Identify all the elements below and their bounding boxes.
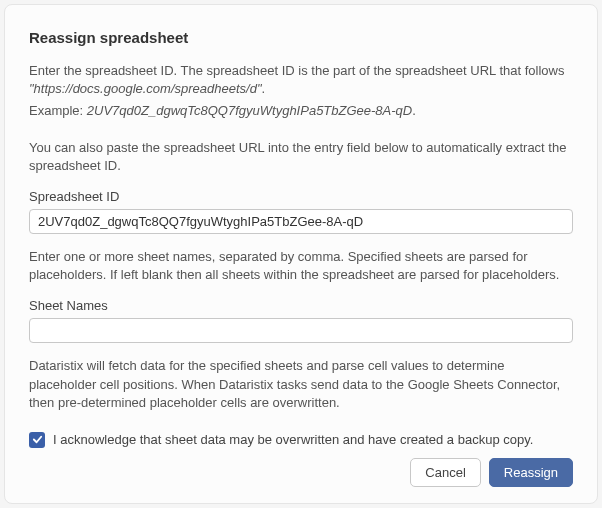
ack-row: I acknowledge that sheet data may be ove… <box>29 432 573 448</box>
intro-line1-suffix: . <box>262 81 266 96</box>
intro-line1: Enter the spreadsheet ID. The spreadshee… <box>29 62 573 98</box>
fetch-help: Dataristix will fetch data for the speci… <box>29 357 573 412</box>
intro-example-label: Example: <box>29 103 87 118</box>
intro-line2: You can also paste the spreadsheet URL i… <box>29 139 573 175</box>
button-row: Cancel Reassign <box>29 458 573 487</box>
sheet-names-label: Sheet Names <box>29 298 573 313</box>
intro-example-value: 2UV7qd0Z_dgwqTc8QQ7fgyuWtyghIPa5TbZGee-8… <box>87 103 412 118</box>
intro-line1-prefix: Enter the spreadsheet ID. The spreadshee… <box>29 63 564 78</box>
reassign-button[interactable]: Reassign <box>489 458 573 487</box>
cancel-button[interactable]: Cancel <box>410 458 480 487</box>
ack-checkbox[interactable] <box>29 432 45 448</box>
check-icon <box>32 434 43 445</box>
sheet-names-help: Enter one or more sheet names, separated… <box>29 248 573 284</box>
dialog-title: Reassign spreadsheet <box>29 29 573 46</box>
intro-example: Example: 2UV7qd0Z_dgwqTc8QQ7fgyuWtyghIPa… <box>29 102 573 120</box>
reassign-spreadsheet-dialog: Reassign spreadsheet Enter the spreadshe… <box>4 4 598 504</box>
ack-label[interactable]: I acknowledge that sheet data may be ove… <box>53 432 533 447</box>
intro-url-example: "https://docs.google.com/spreadheets/d" <box>29 81 262 96</box>
spreadsheet-id-input[interactable] <box>29 209 573 234</box>
intro-example-suffix: . <box>412 103 416 118</box>
intro-help-block: Enter the spreadsheet ID. The spreadshee… <box>29 62 573 125</box>
spreadsheet-id-label: Spreadsheet ID <box>29 189 573 204</box>
sheet-names-input[interactable] <box>29 318 573 343</box>
